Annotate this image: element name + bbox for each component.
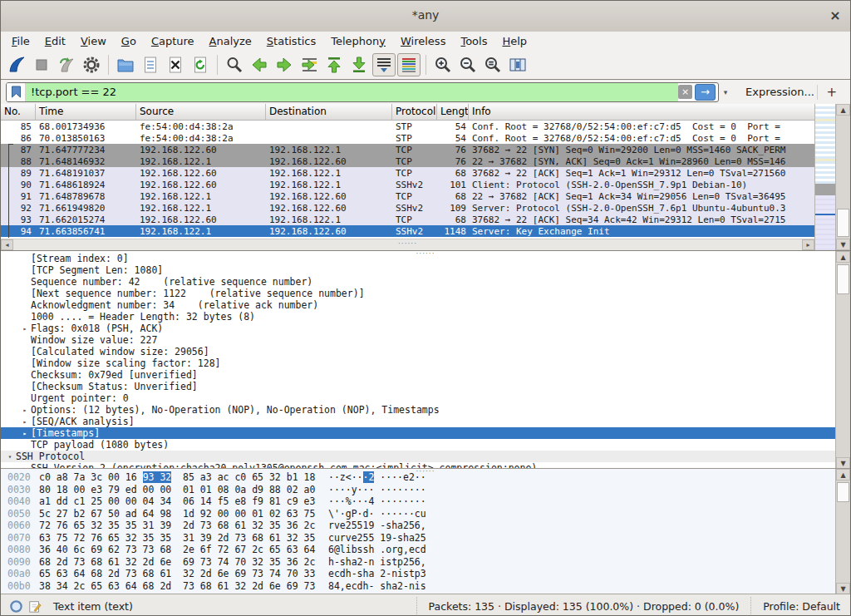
menu-item[interactable]: File — [4, 33, 37, 49]
filter-value[interactable]: !tcp.port == 22 — [26, 83, 678, 101]
menu-item[interactable]: Analyze — [202, 33, 259, 49]
zoom-reset-button[interactable] — [481, 53, 504, 76]
hex-row[interactable]: 0050 5c 27 b2 67 50 ad 64 98 1d 92 00 00… — [7, 508, 835, 520]
detail-line[interactable]: ▸ Options: (12 bytes), No-Operation (NOP… — [1, 404, 835, 416]
hex-row[interactable]: 00a0 65 63 64 68 2d 73 68 61 32 2d 6e 69… — [7, 568, 835, 580]
title-bar[interactable]: *any × — [1, 1, 850, 32]
detail-line[interactable]: [TCP Segment Len: 1080] — [1, 264, 835, 276]
packet-row[interactable]: 92 71.661949820 192.168.122.1 192.168.12… — [1, 202, 814, 214]
column-header-length[interactable]: Length — [437, 104, 469, 120]
hex-row[interactable]: 0040 a1 dd c1 25 00 00 04 34 06 14 f5 e8… — [7, 495, 835, 508]
start-capture-button[interactable] — [5, 53, 28, 76]
open-file-button[interactable] — [114, 53, 137, 76]
go-back-button[interactable] — [248, 53, 271, 76]
scrollbar-thumb[interactable] — [837, 482, 849, 502]
packet-row[interactable]: 90 71.648618924 192.168.122.60 192.168.1… — [1, 179, 814, 190]
menu-item[interactable]: View — [73, 33, 114, 49]
detail-line[interactable]: Urgent pointer: 0 — [1, 392, 835, 404]
packet-row[interactable]: 85 68.001734936 fe:54:00:d4:38:2a STP 54… — [1, 121, 814, 132]
filter-clear-button[interactable]: × — [678, 85, 692, 99]
scroll-up-icon[interactable]: ▲ — [836, 104, 850, 116]
packet-row[interactable]: 88 71.648146932 192.168.122.1 192.168.12… — [1, 155, 814, 167]
colorize-packets-button[interactable] — [397, 53, 421, 76]
expression-button[interactable]: Expression... — [745, 86, 814, 98]
pane-splitter-grip[interactable]: ······ — [416, 467, 435, 476]
menu-item[interactable]: Statistics — [259, 33, 323, 49]
scroll-down-icon[interactable]: ▼ — [836, 457, 850, 469]
save-file-button[interactable] — [139, 53, 162, 76]
capture-comment-button[interactable] — [28, 599, 42, 614]
expander-icon[interactable]: ▾ — [4, 453, 16, 461]
capture-options-button[interactable] — [80, 53, 103, 76]
hex-row[interactable]: 0080 36 40 6c 69 62 73 73 68 2e 6f 72 67… — [7, 544, 835, 556]
hex-row[interactable]: 0030 80 18 00 e3 79 ed 00 00 01 01 08 0a… — [7, 484, 835, 496]
hex-row[interactable]: 00b0 38 34 2c 65 63 64 68 2d 73 68 61 32… — [7, 580, 835, 593]
menu-item[interactable]: Telephony — [323, 33, 393, 49]
detail-line[interactable]: Checksum: 0x79ed [unverified] — [1, 369, 835, 381]
expander-icon[interactable]: ▸ — [19, 325, 31, 333]
intelligent-scrollbar-minimap[interactable] — [814, 104, 835, 250]
pane-splitter-grip[interactable]: ······ — [398, 239, 417, 249]
detail-line[interactable]: Sequence number: 42 (relative sequence n… — [1, 276, 835, 288]
pane-splitter-grip[interactable]: ······ — [416, 249, 435, 259]
detail-line[interactable]: ▸ Flags: 0x018 (PSH, ACK) — [1, 323, 835, 334]
scroll-down-icon[interactable]: ▼ — [836, 239, 850, 250]
detail-line[interactable]: ▸ [Timestamps] — [1, 427, 835, 439]
filter-dropdown-button[interactable]: ▾ — [719, 88, 732, 96]
detail-line[interactable]: 1000 .... = Header Length: 32 bytes (8) — [1, 311, 835, 323]
go-first-packet-button[interactable] — [322, 53, 346, 76]
zoom-out-button[interactable] — [456, 53, 480, 76]
menu-item[interactable]: Wireless — [393, 33, 453, 49]
scroll-up-icon[interactable]: ▲ — [836, 251, 850, 263]
detail-line[interactable]: [Window size scaling factor: 128] — [1, 357, 835, 369]
packet-row[interactable]: 91 71.648789678 192.168.122.1 192.168.12… — [1, 190, 814, 202]
hex-row[interactable]: 0060 72 76 65 32 35 35 31 39 2d 73 68 61… — [7, 520, 835, 532]
packet-row[interactable]: 89 71.648191037 192.168.122.60 192.168.1… — [1, 167, 814, 179]
restart-capture-button[interactable] — [55, 53, 78, 76]
auto-scroll-button[interactable] — [372, 53, 396, 76]
detail-line[interactable]: ▸ [SEQ/ACK analysis] — [1, 416, 835, 427]
column-header-source[interactable]: Source — [136, 104, 266, 120]
filter-bookmark-button[interactable] — [7, 83, 26, 101]
filter-apply-button[interactable]: → — [695, 84, 716, 101]
find-packet-button[interactable] — [223, 53, 246, 76]
scroll-up-icon[interactable]: ▲ — [836, 469, 850, 480]
hex-row[interactable]: 0090 68 2d 73 68 61 32 2d 6e 69 73 74 70… — [7, 556, 835, 569]
detail-line[interactable]: [Calculated window size: 29056] — [1, 346, 835, 357]
column-header-no[interactable]: No. — [1, 104, 36, 120]
resize-columns-button[interactable] — [506, 53, 529, 76]
detail-line[interactable]: Acknowledgment number: 34 (relative ack … — [1, 299, 835, 311]
menu-item[interactable]: Tools — [453, 33, 494, 49]
scroll-right-icon[interactable]: ▸ — [802, 239, 814, 250]
expander-icon[interactable]: ▸ — [19, 418, 31, 426]
zoom-in-button[interactable] — [431, 53, 455, 76]
details-vscrollbar[interactable]: ▲ ▼ — [835, 251, 850, 469]
packet-list-vscrollbar[interactable]: ▲ ▼ — [835, 104, 850, 250]
hex-row[interactable]: 0070 63 75 72 76 65 32 35 35 31 39 2d 73… — [7, 532, 835, 545]
expander-icon[interactable]: ▸ — [19, 430, 31, 437]
detail-line[interactable]: TCP payload (1080 bytes) — [1, 439, 835, 451]
scroll-down-icon[interactable]: ▼ — [836, 583, 850, 594]
stop-capture-button[interactable] — [30, 53, 53, 76]
detail-line[interactable]: [Checksum Status: Unverified] — [1, 381, 835, 392]
packet-row[interactable]: 93 71.662015274 192.168.122.60 192.168.1… — [1, 214, 814, 225]
hex-vscrollbar[interactable]: ▲ ▼ — [835, 469, 850, 594]
status-profile[interactable]: Profile: Default — [750, 597, 842, 616]
menu-item[interactable]: Go — [114, 33, 144, 49]
packet-row[interactable]: 86 70.013850163 fe:54:00:d4:38:2a STP 54… — [1, 132, 814, 144]
go-forward-button[interactable] — [273, 53, 296, 76]
packet-row[interactable]: 94 71.663856741 192.168.122.1 192.168.12… — [1, 225, 814, 237]
detail-line[interactable]: ▾ SSH Protocol — [1, 451, 835, 462]
detail-line[interactable]: Window size value: 227 — [1, 334, 835, 346]
packet-row[interactable]: 87 71.647777234 192.168.122.60 192.168.1… — [1, 144, 814, 155]
display-filter-input[interactable]: !tcp.port == 22 × → — [6, 82, 719, 102]
detail-line[interactable]: [Next sequence number: 1122 (relative se… — [1, 288, 835, 299]
column-header-destination[interactable]: Destination — [266, 104, 392, 120]
packet-list-hscrollbar[interactable]: ◂ ······ ▸ — [1, 239, 814, 250]
menu-item[interactable]: Edit — [37, 33, 73, 49]
menu-item[interactable]: Help — [494, 33, 534, 49]
expert-info-button[interactable] — [9, 599, 23, 614]
column-header-protocol[interactable]: Protocol — [392, 104, 437, 120]
go-to-packet-button[interactable] — [298, 53, 321, 76]
scrollbar-thumb[interactable] — [837, 264, 849, 294]
